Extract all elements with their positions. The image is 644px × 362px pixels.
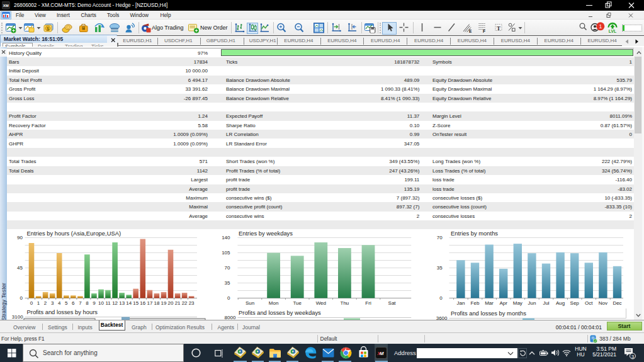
svg-text:Aug: Aug — [556, 300, 565, 305]
svg-text:6: 6 — [72, 300, 75, 305]
svg-text:XM: XM — [3, 4, 9, 8]
svg-text:Jul: Jul — [543, 300, 549, 305]
svg-text:8000: 8000 — [225, 315, 236, 320]
svg-text:1: 1 — [37, 300, 40, 305]
svg-text:Fri: Fri — [365, 300, 371, 305]
svg-text:11: 11 — [105, 300, 111, 305]
svg-text:8: 8 — [86, 300, 89, 305]
svg-text:0: 0 — [227, 295, 230, 301]
svg-text:15: 15 — [133, 300, 138, 305]
svg-text:Sep: Sep — [570, 300, 580, 305]
svg-text:Jan: Jan — [456, 300, 465, 305]
svg-text:X: X — [376, 351, 381, 356]
svg-text:Apr: Apr — [499, 300, 507, 305]
svg-text:E: E — [469, 29, 472, 33]
svg-text:14: 14 — [126, 300, 132, 305]
svg-text:18: 18 — [154, 300, 159, 305]
svg-text:22: 22 — [182, 300, 188, 305]
svg-text:12: 12 — [112, 300, 118, 305]
svg-text:Mar: Mar — [485, 300, 494, 305]
svg-text:Thu: Thu — [341, 300, 349, 305]
svg-text:1: 1 — [599, 23, 602, 30]
svg-text:T: T — [497, 25, 500, 31]
svg-text:Oct: Oct — [585, 300, 593, 305]
svg-text:Dec: Dec — [613, 300, 621, 305]
svg-text:Entries by months: Entries by months — [451, 229, 498, 236]
svg-text:4: 4 — [58, 300, 61, 305]
svg-text:Profits and losses by weekdays: Profits and losses by weekdays — [239, 309, 321, 316]
svg-text:13: 13 — [119, 300, 125, 305]
svg-text:F: F — [483, 29, 485, 33]
svg-text:Profits and losses by hours: Profits and losses by hours — [27, 308, 98, 315]
svg-text:0: 0 — [30, 300, 33, 305]
svg-text:20: 20 — [168, 300, 174, 305]
svg-text:21: 21 — [175, 300, 181, 305]
svg-text:90: 90 — [17, 235, 23, 240]
svg-text:9: 9 — [93, 300, 96, 305]
svg-text:23: 23 — [189, 300, 195, 305]
svg-text:0: 0 — [20, 295, 23, 301]
svg-text:7: 7 — [79, 300, 82, 305]
svg-text:Entries by hours (Asia,Europe,: Entries by hours (Asia,Europe,USA) — [27, 229, 121, 236]
svg-text:Jun: Jun — [528, 300, 536, 305]
svg-text:140: 140 — [222, 235, 230, 240]
svg-text:LVL: LVL — [609, 29, 616, 33]
svg-text:10: 10 — [98, 300, 104, 305]
svg-text:Nov: Nov — [599, 300, 607, 305]
svg-text:Mon: Mon — [269, 300, 279, 305]
svg-text:19: 19 — [161, 300, 167, 305]
svg-text:3: 3 — [51, 300, 54, 305]
svg-text:May: May — [513, 300, 523, 305]
svg-text:70: 70 — [437, 235, 443, 240]
svg-text:35: 35 — [437, 265, 443, 271]
svg-text:Entries by weekdays: Entries by weekdays — [239, 229, 293, 236]
svg-text:0: 0 — [439, 295, 443, 301]
svg-text:Profits and losses by months: Profits and losses by months — [451, 310, 526, 317]
svg-text:5: 5 — [65, 300, 68, 305]
svg-text:Sat: Sat — [388, 300, 397, 305]
svg-text:105: 105 — [222, 250, 230, 256]
svg-text:3: 3 — [631, 353, 634, 359]
svg-text:Feb: Feb — [471, 300, 480, 305]
svg-text:Sun: Sun — [246, 300, 254, 305]
svg-text:17: 17 — [147, 300, 152, 305]
svg-text:Wed: Wed — [316, 300, 326, 305]
svg-text:70: 70 — [225, 265, 230, 271]
svg-text:2: 2 — [44, 300, 47, 305]
svg-text:16: 16 — [140, 300, 145, 305]
svg-text:3600: 3600 — [436, 315, 448, 320]
svg-text:45: 45 — [17, 265, 23, 271]
svg-text:35: 35 — [225, 280, 230, 286]
svg-text:3100: 3100 — [12, 314, 23, 320]
svg-text:Tue: Tue — [293, 300, 302, 305]
